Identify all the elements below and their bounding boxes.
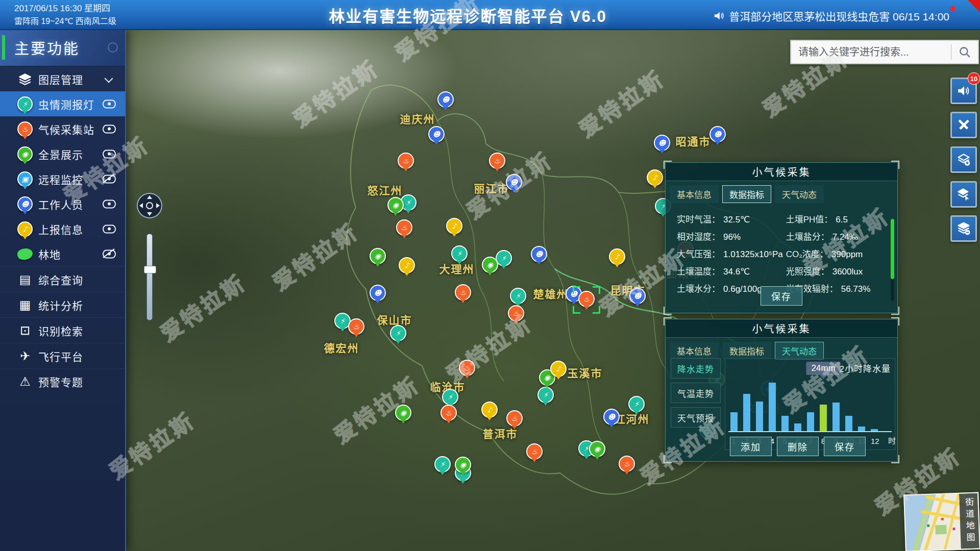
bug-lamp-pin-icon[interactable]: ⚡ bbox=[442, 389, 458, 405]
worker-pin-icon[interactable]: ☻ bbox=[370, 285, 386, 301]
measure-draw-button[interactable] bbox=[950, 112, 977, 138]
climate-station-pin-icon[interactable]: ♨ bbox=[396, 219, 412, 236]
delete-button[interactable]: 删除 bbox=[777, 437, 819, 456]
sidebar-layer-item[interactable]: 林地 bbox=[0, 241, 125, 266]
subtab-3[interactable]: 天气预报 bbox=[671, 407, 721, 428]
save-button[interactable]: 保存 bbox=[824, 437, 866, 456]
panorama-pin-icon[interactable]: ◉ bbox=[455, 457, 471, 473]
climate-station-pin-icon[interactable]: ♨ bbox=[489, 153, 505, 169]
worker-pin-icon[interactable]: ☻ bbox=[506, 174, 522, 190]
climate-station-pin-icon[interactable]: ♨ bbox=[526, 443, 543, 460]
worker-pin-icon[interactable]: ☻ bbox=[437, 91, 454, 108]
report-pin-icon[interactable]: ♪ bbox=[446, 218, 462, 234]
bug-lamp-pin-icon[interactable]: ⚡ bbox=[510, 288, 526, 304]
worker-pin-icon[interactable]: ☻ bbox=[603, 409, 620, 425]
sidebar-layer-item[interactable]: ⚡虫情测报灯 bbox=[0, 91, 125, 116]
tab-3[interactable]: 天气动态 bbox=[775, 342, 824, 360]
climate-station-pin-icon[interactable]: ♨ bbox=[455, 284, 471, 300]
forest-area-icon bbox=[17, 248, 33, 260]
alert-ticker[interactable]: 普洱部分地区思茅松出现线虫危害 06/15 14:00 bbox=[714, 8, 949, 23]
sidebar-layer-item[interactable]: ☻工作人员 bbox=[0, 191, 125, 216]
eye-visible-icon[interactable] bbox=[103, 99, 116, 108]
panorama-pin-icon[interactable]: ◉ bbox=[395, 405, 411, 421]
eye-visible-icon[interactable] bbox=[103, 124, 116, 133]
panel-scrollbar[interactable] bbox=[891, 219, 894, 300]
subtab-2[interactable]: 气温走势 bbox=[671, 383, 721, 403]
alert-ticker-text: 普洱部分地区思茅松出现线虫危害 06/15 14:00 bbox=[729, 8, 949, 23]
city-label: 怒江州 bbox=[368, 182, 403, 197]
eye-hidden-icon[interactable] bbox=[103, 249, 116, 258]
climate-station-pin-icon[interactable]: ♨ bbox=[508, 305, 524, 321]
layer-select-button[interactable] bbox=[950, 181, 977, 208]
rainfall-chart: 过去12小时降水量 123456789101112 时 24mm bbox=[725, 358, 895, 450]
add-button[interactable]: 添加 bbox=[730, 437, 772, 456]
report-pin-icon[interactable]: ♪ bbox=[550, 361, 567, 377]
data-field: CO₂浓度：390ppm bbox=[786, 247, 882, 260]
x-tick-label: 12 bbox=[871, 437, 878, 445]
eye-visible-icon[interactable] bbox=[103, 224, 116, 233]
tab-1[interactable]: 基本信息 bbox=[670, 342, 719, 360]
street-minimap[interactable]: 街道地图 bbox=[903, 492, 980, 551]
bar-hour-11 bbox=[858, 427, 865, 431]
search-input[interactable] bbox=[791, 46, 951, 58]
speaker-icon bbox=[714, 11, 725, 21]
worker-pin-icon[interactable]: ☻ bbox=[654, 135, 670, 151]
tab-1[interactable]: 基本信息 bbox=[670, 185, 719, 203]
save-button[interactable]: 保存 bbox=[761, 286, 802, 306]
worker-pin-icon[interactable]: ☻ bbox=[428, 126, 445, 142]
sidebar-layer-item[interactable]: ◉全景展示 bbox=[0, 141, 125, 166]
climate-station-pin-icon[interactable]: ♨ bbox=[459, 360, 475, 376]
tab-3[interactable]: 天气动态 bbox=[775, 185, 824, 203]
tab-2[interactable]: 数据指标 bbox=[722, 342, 771, 360]
panorama-pin-icon[interactable]: ◉ bbox=[482, 257, 498, 273]
report-pin-icon[interactable]: ♪ bbox=[481, 402, 498, 418]
climate-station-pin-icon[interactable]: ♨ bbox=[440, 405, 457, 421]
sidebar-item-database-query[interactable]: ▤综合查询 bbox=[0, 266, 125, 292]
report-pin-icon[interactable]: ♪ bbox=[609, 248, 625, 265]
tab-2[interactable]: 数据指标 bbox=[722, 185, 771, 203]
bar-hour-8 bbox=[820, 405, 827, 431]
zoom-slider-handle[interactable] bbox=[144, 266, 156, 273]
sidebar-item-recognition-scan[interactable]: ⊡识别检索 bbox=[0, 317, 125, 343]
field-value: 390ppm bbox=[831, 249, 863, 260]
worker-pin-icon[interactable]: ☻ bbox=[531, 246, 547, 262]
panorama-pin-icon[interactable]: ◉ bbox=[589, 441, 605, 457]
layer-remove-button[interactable] bbox=[950, 215, 977, 242]
sidebar-item-label: 全景展示 bbox=[38, 146, 83, 162]
sidebar-item-drone-platform[interactable]: ✈飞行平台 bbox=[0, 343, 125, 368]
map-zoom-slider[interactable] bbox=[146, 234, 153, 320]
eye-visible-icon[interactable] bbox=[103, 149, 116, 158]
climate-station-pin-icon[interactable]: ♨ bbox=[398, 153, 414, 169]
sidebar-item-statistics-monitor[interactable]: ▦统计分析 bbox=[0, 292, 125, 317]
minimap-mode-label[interactable]: 街道地图 bbox=[959, 493, 979, 549]
climate-station-pin-icon[interactable]: ♨ bbox=[619, 456, 635, 472]
chart-x-axis bbox=[728, 431, 892, 432]
search-icon[interactable] bbox=[951, 45, 978, 59]
chart-tooltip: 24mm bbox=[806, 362, 840, 375]
bug-lamp-pin-icon[interactable]: ⚡ bbox=[434, 456, 451, 472]
bug-lamp-pin-icon[interactable]: ⚡ bbox=[390, 325, 406, 341]
sidebar-layer-item[interactable]: ▣远程监控 bbox=[0, 166, 125, 191]
subtab-1[interactable]: 降水走势 bbox=[671, 358, 721, 379]
report-pin-icon[interactable]: ♪ bbox=[647, 169, 663, 186]
sidebar-layer-item[interactable]: ♨气候采集站 bbox=[0, 116, 125, 141]
bug-lamp-pin-icon[interactable]: ⚡ bbox=[628, 396, 645, 412]
climate-station-pin-icon[interactable]: ♨ bbox=[506, 410, 523, 427]
panorama-pin-icon[interactable]: ◉ bbox=[387, 197, 404, 213]
sidebar-item-label: 预警专题 bbox=[38, 374, 83, 389]
sidebar-layer-item[interactable]: ♪上报信息 bbox=[0, 216, 125, 241]
sidebar-item-layer-manager[interactable]: 图层管理 bbox=[0, 66, 125, 91]
climate-station-pin-icon[interactable]: ♨ bbox=[578, 291, 595, 307]
layer-add-button[interactable] bbox=[950, 146, 977, 173]
map-pan-compass[interactable] bbox=[137, 193, 162, 218]
bar-hour-1 bbox=[730, 412, 738, 431]
worker-pin-icon[interactable]: ☻ bbox=[629, 288, 646, 304]
eye-visible-icon[interactable] bbox=[103, 199, 116, 208]
eye-hidden-icon[interactable] bbox=[103, 174, 116, 183]
sidebar-item-warning-topic[interactable]: ⚠预警专题 bbox=[0, 368, 125, 394]
report-pin-icon[interactable]: ♪ bbox=[399, 257, 415, 273]
bug-lamp-pin-icon[interactable]: ⚡ bbox=[451, 245, 468, 262]
panorama-pin-icon[interactable]: ◉ bbox=[370, 248, 386, 264]
worker-pin-icon[interactable]: ☻ bbox=[709, 126, 726, 142]
climate-station-pin-icon[interactable]: ♨ bbox=[348, 318, 364, 335]
